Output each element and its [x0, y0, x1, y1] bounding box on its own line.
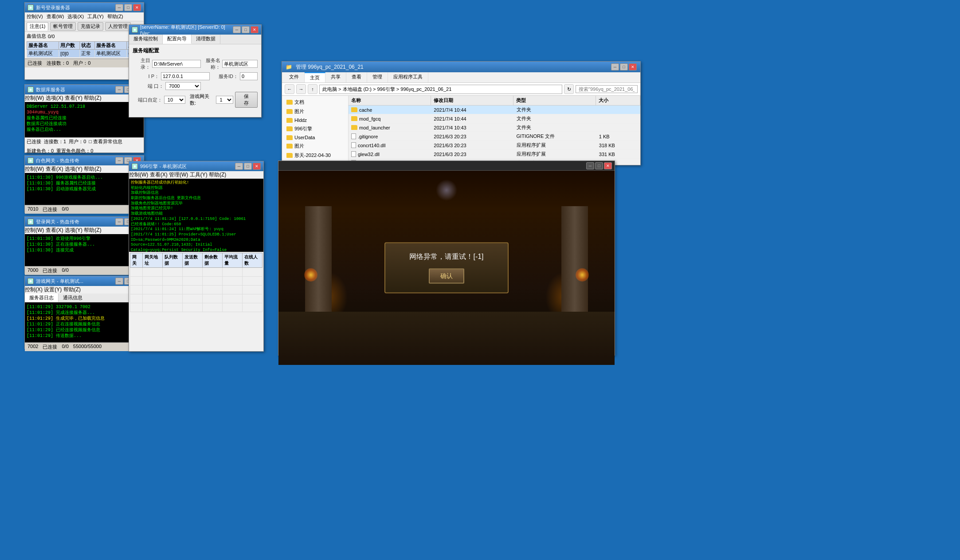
menu-settings[interactable]: 设置(Y) — [44, 286, 62, 293]
minimize-button[interactable]: ─ — [233, 26, 241, 33]
tab-home[interactable]: 主页 — [305, 72, 325, 82]
window-gateway3: ■ 游戏网关 - 单机测试... ─ □ ✕ 控制(X) 设置(Y) 帮助(Z)… — [24, 276, 144, 349]
gw3-panel-tabs: 服务器日志 通讯信息 — [25, 294, 144, 302]
maximize-button[interactable]: □ — [620, 63, 628, 70]
menu-view[interactable]: 查看(X) — [46, 166, 63, 172]
serverid-input[interactable] — [240, 72, 258, 80]
folder-icon — [286, 153, 293, 158]
minimize-button[interactable]: ─ — [115, 157, 123, 164]
sidebar-item-hlddz[interactable]: Hlddz — [284, 116, 346, 124]
menu-options[interactable]: 选项(Y) — [65, 166, 82, 172]
tab-recharge[interactable]: 充值记录 — [78, 22, 103, 31]
connect-count: 连接数：0 — [47, 60, 69, 67]
menu-manage[interactable]: 管理(W) — [169, 172, 188, 178]
tab-server-control[interactable]: 服务端控制 — [129, 35, 163, 44]
servername-input[interactable] — [222, 60, 258, 68]
back-button[interactable]: ← — [285, 84, 294, 94]
menu-control[interactable]: 控制(W) — [129, 172, 148, 178]
menu-control[interactable]: 控制(W) — [25, 95, 44, 101]
menu-control[interactable]: 控制(W) — [25, 166, 44, 172]
menu-options[interactable]: 选项(X) — [67, 13, 84, 20]
sidebar-item-996engine[interactable]: 996引擎 — [284, 124, 346, 133]
maximize-button[interactable]: □ — [595, 162, 603, 169]
tab-clear-data[interactable]: 清理数据 — [192, 35, 220, 44]
tab-control[interactable]: 人控管理 — [105, 22, 131, 31]
maximize-button[interactable]: □ — [244, 163, 252, 170]
gamegw-select[interactable]: 1 — [216, 96, 233, 104]
menu-help[interactable]: 帮助(Z) — [209, 172, 226, 178]
close-button[interactable]: ✕ — [604, 162, 612, 169]
tab-share[interactable]: 共享 — [325, 72, 346, 82]
gw3-icon: ■ — [27, 278, 34, 284]
col-avg: 平均流量 — [222, 253, 242, 268]
tab-attention[interactable]: 注意(1) — [27, 22, 48, 31]
close-button[interactable]: ✕ — [629, 63, 637, 70]
menu-view[interactable]: 查看(Y) — [65, 95, 82, 101]
tab-view[interactable]: 查看 — [346, 72, 367, 82]
minimize-button[interactable]: ─ — [115, 218, 123, 225]
menu-tools[interactable]: 工具(Y) — [190, 172, 208, 178]
sidebar-item-documents[interactable]: 文档 — [284, 98, 346, 107]
tab-config-wizard[interactable]: 配置向导 — [163, 35, 192, 44]
table-row[interactable]: 单机测试区 [0]0 正常 单机测试区 0 — [27, 50, 142, 58]
menu-view[interactable]: 查看(X) — [46, 227, 63, 233]
list-item[interactable]: mod_launcher 2021/7/4 10:43 文件夹 — [349, 123, 640, 132]
maximize-button[interactable]: □ — [124, 4, 132, 11]
port-select[interactable]: 7000 — [165, 82, 201, 90]
panel-tab-serverlog[interactable]: 服务器日志 — [25, 294, 59, 302]
close-button[interactable]: ✕ — [133, 4, 141, 11]
menu-view[interactable]: 查看(W) — [47, 13, 64, 20]
minimize-button[interactable]: ─ — [115, 4, 123, 11]
minimize-button[interactable]: ─ — [115, 86, 123, 93]
menu-control[interactable]: 控制(X) — [25, 286, 43, 293]
minimize-button[interactable]: ─ — [586, 162, 594, 169]
gw2-title: 登录网关 - 热血传奇 — [36, 219, 115, 225]
explorer-body: 文档 图片 Hlddz 996引擎 UserData 图片 — [282, 96, 640, 164]
minimize-button[interactable]: ─ — [115, 278, 123, 285]
maindir-input[interactable] — [152, 60, 201, 68]
list-item[interactable]: cache 2021/7/4 10:44 文件夹 — [349, 106, 640, 114]
connection-status: 已连接 — [43, 344, 57, 350]
sidebar-item-pictures[interactable]: 图片 — [284, 107, 346, 116]
db-titlebar: ■ 数据库服务器 ─ □ ✕ — [25, 85, 144, 94]
menu-options[interactable]: 选项(Y) — [65, 227, 82, 233]
sidebar-item-pics[interactable]: 图片 — [284, 141, 346, 151]
panel-tab-commsinfo[interactable]: 通讯信息 — [59, 294, 87, 302]
confirm-button[interactable]: 确认 — [429, 269, 464, 284]
address-path[interactable]: 此电脑 > 本地磁盘 (D:) > 996引擎 > 996yq_pc_2021_… — [319, 85, 562, 94]
sidebar-item-userdata[interactable]: UserData — [284, 133, 346, 141]
menu-tools[interactable]: 工具(Y) — [87, 13, 104, 20]
minimize-button[interactable]: ─ — [235, 163, 243, 170]
menu-help[interactable]: 帮助(Z) — [84, 95, 101, 101]
list-item[interactable]: mod_fgcq 2021/7/4 10:44 文件夹 — [349, 114, 640, 123]
tab-manage[interactable]: 管理 — [367, 72, 388, 82]
menu-help[interactable]: 帮助(Z) — [107, 13, 123, 20]
list-item[interactable]: .gitignore 2021/6/3 20:23 GITIGNORE 文件 1… — [349, 132, 640, 141]
menu-options[interactable]: 选项(X) — [46, 95, 63, 101]
portauto-select[interactable]: 10 — [164, 96, 185, 104]
maximize-button[interactable]: □ — [242, 26, 250, 33]
forward-button[interactable]: → — [296, 84, 306, 94]
login-menu: 控制(V) 查看(W) 选项(X) 工具(Y) 帮助(Z) — [25, 12, 144, 21]
close-button[interactable]: ✕ — [253, 163, 261, 170]
tab-account[interactable]: 帐号管理 — [50, 22, 76, 31]
menu-help[interactable]: 帮助(Z) — [63, 286, 81, 293]
tab-app-tools[interactable]: 应用程序工具 — [388, 72, 428, 82]
menu-view[interactable]: 查看(X) — [150, 172, 168, 178]
refresh-button[interactable]: ↻ — [564, 84, 574, 94]
menu-help[interactable]: 帮助(Z) — [84, 166, 101, 172]
search-input[interactable] — [576, 85, 638, 93]
minimize-button[interactable]: ─ — [611, 63, 619, 70]
tab-file[interactable]: 文件 — [284, 72, 305, 82]
up-button[interactable]: ↑ — [308, 84, 317, 94]
save-button[interactable]: 保存 — [235, 92, 258, 108]
config-row-portauto: 端口自定： 10 游戏网关数: 1 保存 — [133, 92, 258, 108]
ip-input[interactable] — [161, 72, 210, 80]
list-item[interactable]: glew32.dll 2021/6/3 20:23 应用程序扩展 331 KB — [349, 150, 640, 159]
menu-control[interactable]: 控制(V) — [27, 13, 43, 20]
menu-control[interactable]: 控制(W) — [25, 227, 44, 233]
list-item[interactable]: concrt140.dll 2021/6/3 20:23 应用程序扩展 318 … — [349, 141, 640, 150]
sidebar-item-xingtian[interactable]: 形天-2022-04-30 — [284, 151, 346, 160]
menu-help[interactable]: 帮助(Z) — [84, 227, 101, 233]
close-button[interactable]: ✕ — [251, 26, 259, 33]
